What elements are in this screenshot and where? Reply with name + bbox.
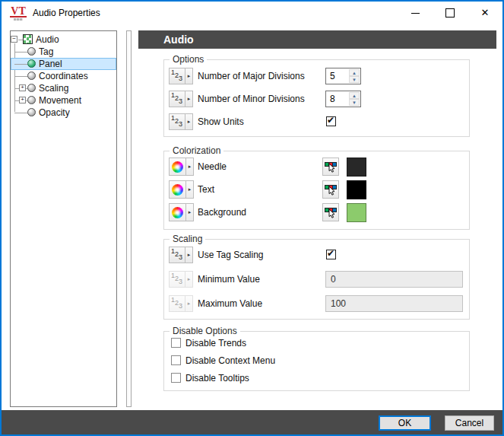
- disable-context-menu-checkbox[interactable]: [171, 355, 181, 365]
- gray-ball-icon: [27, 108, 36, 116]
- color-wheel-icon: [172, 184, 183, 196]
- spinner-up-icon[interactable]: ▲: [349, 92, 360, 99]
- checker-icon: [23, 34, 33, 44]
- field-label: Needle: [198, 158, 227, 175]
- numeric-source-button[interactable]: 123 ▸: [169, 113, 193, 130]
- field-label: Number of Major Divisions: [198, 68, 305, 84]
- colorization-group: Colorization ▸ Needle ▸ Text ▸: [163, 151, 470, 230]
- gray-ball-icon: [27, 96, 36, 104]
- dropdown-arrow-icon[interactable]: ▸: [185, 247, 192, 263]
- dropdown-arrow-icon[interactable]: ▸: [185, 68, 192, 84]
- needle-color-swatch: [347, 158, 366, 177]
- footer-bar: OK Cancel: [2, 410, 502, 434]
- numeric-source-button-disabled: 123 ▸: [169, 271, 193, 288]
- disable-tooltips-checkbox[interactable]: [171, 373, 181, 383]
- dropdown-arrow-icon[interactable]: ▸: [185, 204, 193, 221]
- close-icon: ✕: [481, 9, 490, 17]
- minimize-button[interactable]: [398, 2, 433, 24]
- numeric-123-icon: 123: [170, 91, 185, 107]
- text-color-wheel-button[interactable]: ▸: [169, 180, 194, 199]
- group-title: Scaling: [170, 234, 205, 245]
- title-bar: VT Audio Properties ✕: [2, 2, 502, 24]
- spinner-up-icon[interactable]: ▲: [349, 69, 360, 76]
- maximize-button[interactable]: [433, 2, 468, 24]
- dropdown-arrow-icon[interactable]: ▸: [185, 91, 192, 107]
- numeric-123-icon: 123: [170, 114, 185, 129]
- group-title: Colorization: [170, 145, 223, 157]
- minimum-value-field: 0: [325, 271, 463, 288]
- needle-color-picker-button[interactable]: [322, 158, 339, 176]
- show-units-checkbox[interactable]: ✔: [326, 116, 336, 126]
- maximize-icon: [445, 8, 455, 18]
- major-divisions-spinner[interactable]: 5 ▲ ▼: [325, 68, 361, 84]
- numeric-123-icon: 123: [170, 272, 185, 287]
- expand-icon[interactable]: +: [19, 84, 26, 91]
- tree-item-label: Panel: [39, 58, 62, 70]
- needle-color-wheel-button[interactable]: ▸: [169, 158, 194, 176]
- minimize-icon: [411, 13, 420, 14]
- field-label: Show Units: [198, 113, 244, 130]
- panel-splitter[interactable]: [126, 30, 132, 407]
- numeric-source-button[interactable]: 123 ▸: [169, 68, 193, 84]
- numeric-123-icon: 123: [170, 247, 185, 263]
- tree-item-label: Movement: [39, 94, 81, 107]
- tree-item-coordinates[interactable]: Coordinates: [11, 70, 116, 82]
- field-label: Disable Trends: [185, 335, 246, 352]
- tree-item-audio[interactable]: − Audio: [11, 33, 116, 46]
- field-label: Maximum Value: [198, 295, 262, 312]
- tree-item-label: Scaling: [39, 82, 68, 94]
- text-color-swatch: [347, 180, 366, 199]
- spinner-down-icon[interactable]: ▼: [349, 99, 360, 106]
- numeric-123-icon: 123: [170, 68, 185, 84]
- dropdown-arrow-icon[interactable]: ▸: [185, 158, 193, 175]
- ok-button[interactable]: OK: [379, 415, 431, 431]
- field-label: Number of Minor Divisions: [198, 91, 305, 107]
- numeric-123-icon: 123: [170, 296, 185, 311]
- background-color-swatch: [347, 203, 366, 222]
- disable-trends-checkbox[interactable]: [171, 338, 181, 348]
- audio-properties-window: VT Audio Properties ✕ − Audio Tag: [0, 0, 504, 436]
- field-label: Text: [198, 181, 214, 198]
- dropdown-arrow-icon: ▸: [185, 296, 192, 311]
- window-title: Audio Properties: [33, 8, 100, 18]
- tree-item-tag[interactable]: Tag: [11, 46, 116, 58]
- field-label: Disable Tooltips: [185, 370, 249, 387]
- close-button[interactable]: ✕: [468, 2, 502, 24]
- background-color-wheel-button[interactable]: ▸: [169, 203, 194, 221]
- group-title: Options: [170, 54, 207, 65]
- scaling-group: Scaling 123 ▸ Use Tag Scaling ✔ 123 ▸ Mi…: [163, 239, 470, 320]
- check-icon: ✔: [327, 115, 334, 126]
- tree-item-label: Coordinates: [39, 70, 88, 82]
- property-tree-panel: − Audio Tag Panel Coordinates: [10, 30, 117, 407]
- dropdown-arrow-icon[interactable]: ▸: [185, 114, 192, 129]
- numeric-source-button[interactable]: 123 ▸: [169, 91, 193, 107]
- dropdown-arrow-icon[interactable]: ▸: [185, 181, 193, 198]
- numeric-source-button[interactable]: 123 ▸: [169, 247, 193, 263]
- color-wheel-icon: [172, 207, 183, 218]
- tree-item-label: Opacity: [39, 107, 70, 119]
- collapse-icon[interactable]: −: [11, 36, 17, 43]
- tree-item-scaling[interactable]: + Scaling: [11, 82, 116, 94]
- tree-item-movement[interactable]: + Movement: [11, 94, 116, 107]
- vt-logo-bar: [14, 18, 23, 21]
- spinner-down-icon[interactable]: ▼: [349, 76, 360, 83]
- use-tag-scaling-checkbox[interactable]: ✔: [326, 250, 336, 259]
- gray-ball-icon: [27, 84, 36, 92]
- vt-logo-icon: VT: [9, 6, 27, 21]
- spinner-value[interactable]: 8: [326, 91, 348, 107]
- text-color-picker-button[interactable]: [322, 180, 339, 199]
- options-group: Options 123 ▸ Number of Major Divisions …: [163, 59, 470, 137]
- cancel-button[interactable]: Cancel: [445, 415, 494, 431]
- tree-item-panel[interactable]: Panel: [11, 58, 116, 70]
- field-label: Background: [198, 204, 246, 221]
- tree-item-opacity[interactable]: Opacity: [11, 107, 116, 119]
- background-color-picker-button[interactable]: [322, 203, 339, 221]
- disable-options-group: Disable Options Disable Trends Disable C…: [163, 331, 470, 391]
- minor-divisions-spinner[interactable]: 8 ▲ ▼: [325, 91, 361, 107]
- color-picker-icon: [325, 207, 337, 218]
- page-title: Audio: [138, 30, 496, 49]
- maximum-value-field: 100: [325, 295, 463, 312]
- expand-icon[interactable]: +: [19, 97, 26, 103]
- spinner-value[interactable]: 5: [326, 68, 348, 84]
- tree-item-label: Audio: [36, 33, 59, 46]
